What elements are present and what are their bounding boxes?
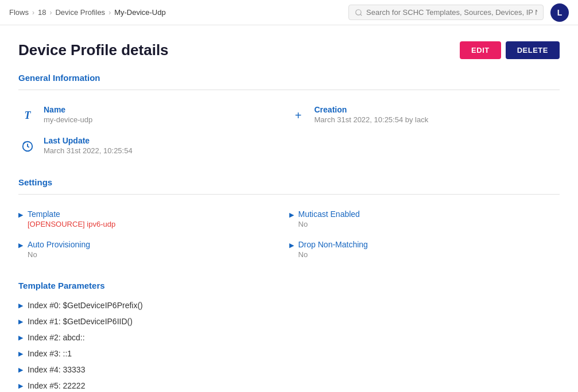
param-1-text: Index #1: $GetDeviceIP6IID(): [28, 317, 133, 326]
param-3-arrow-icon: ▶: [18, 350, 23, 358]
breadcrumb: Flows › 18 › Device Profiles › My-Device…: [9, 8, 166, 17]
header-buttons: EDIT DELETE: [460, 41, 560, 59]
drop-content: Drop Non-Matching No: [298, 240, 368, 259]
general-info-section: General Information T Name my-device-udp…: [18, 73, 560, 161]
multicast-arrow-icon: ▶: [289, 211, 294, 219]
template-value: [OPENSOURCE] ipv6-udp: [28, 220, 115, 228]
last-update-icon: [18, 137, 37, 156]
breadcrumb-current: My-Device-Udp: [114, 8, 166, 17]
info-last-update: Last Update March 31st 2022, 10:25:54: [18, 130, 289, 161]
param-5: ▶ Index #5: 22222: [18, 378, 560, 392]
svg-point-0: [356, 9, 361, 14]
drop-label: Drop Non-Matching: [298, 240, 368, 249]
template-label: Template: [28, 209, 115, 219]
param-2-arrow-icon: ▶: [18, 334, 23, 341]
creation-value: March 31st 2022, 10:25:54 by lack: [315, 115, 429, 124]
general-info-title: General Information: [18, 73, 560, 83]
name-label: Name: [44, 105, 92, 114]
drop-value: No: [298, 250, 368, 259]
last-update-label: Last Update: [44, 136, 133, 145]
last-update-content: Last Update March 31st 2022, 10:25:54: [44, 136, 133, 155]
param-5-arrow-icon: ▶: [18, 382, 23, 390]
sep-2: ›: [49, 9, 52, 17]
creation-label: Creation: [315, 105, 429, 114]
template-arrow-icon: ▶: [18, 211, 23, 219]
param-3-text: Index #3: ::1: [28, 349, 72, 358]
param-0-text: Index #0: $GetDeviceIP6Prefix(): [28, 301, 143, 310]
param-4-arrow-icon: ▶: [18, 366, 23, 374]
multicast-content: Muticast Enabled No: [298, 209, 360, 228]
sep-3: ›: [108, 9, 111, 17]
info-name: T Name my-device-udp: [18, 99, 289, 130]
param-0: ▶ Index #0: $GetDeviceIP6Prefix(): [18, 297, 560, 313]
general-info-grid: T Name my-device-udp + Creation March 31…: [18, 99, 560, 161]
auto-prov-label: Auto Provisioning: [28, 240, 90, 249]
search-input[interactable]: [366, 8, 537, 17]
param-2-text: Index #2: abcd::: [28, 333, 85, 342]
name-icon: T: [18, 106, 37, 125]
page-title: Device Profile details: [18, 41, 169, 59]
avatar[interactable]: L: [550, 3, 569, 22]
top-navigation: Flows › 18 › Device Profiles › My-Device…: [0, 0, 578, 25]
edit-button[interactable]: EDIT: [460, 41, 501, 59]
page-content: Device Profile details EDIT DELETE Gener…: [0, 25, 578, 392]
creation-icon: +: [289, 106, 308, 125]
param-1: ▶ Index #1: $GetDeviceIP6IID(): [18, 313, 560, 329]
last-update-value: March 31st 2022, 10:25:54: [44, 146, 133, 155]
param-4: ▶ Index #4: 33333: [18, 362, 560, 378]
general-info-divider: [18, 90, 560, 90]
auto-prov-value: No: [28, 250, 90, 259]
setting-auto-provisioning: ▶ Auto Provisioning No: [18, 234, 289, 265]
nav-right: L: [348, 3, 569, 22]
template-params-section: Template Parameters ▶ Index #0: $GetDevi…: [18, 281, 560, 392]
settings-divider: [18, 194, 560, 195]
multicast-label: Muticast Enabled: [298, 209, 360, 219]
param-5-text: Index #5: 22222: [28, 381, 85, 390]
setting-drop-non-matching: ▶ Drop Non-Matching No: [289, 234, 560, 265]
template-params-title: Template Parameters: [18, 281, 560, 290]
param-2: ▶ Index #2: abcd::: [18, 329, 560, 346]
auto-prov-arrow-icon: ▶: [18, 242, 23, 249]
page-header: Device Profile details EDIT DELETE: [18, 41, 560, 59]
breadcrumb-device-profiles[interactable]: Device Profiles: [55, 8, 105, 17]
param-4-text: Index #4: 33333: [28, 365, 85, 374]
setting-template: ▶ Template [OPENSOURCE] ipv6-udp: [18, 204, 289, 234]
svg-line-1: [360, 14, 362, 15]
param-1-arrow-icon: ▶: [18, 318, 23, 325]
auto-prov-content: Auto Provisioning No: [28, 240, 90, 259]
settings-section: Settings ▶ Template [OPENSOURCE] ipv6-ud…: [18, 177, 560, 265]
name-value: my-device-udp: [44, 115, 92, 124]
search-bar[interactable]: [348, 5, 544, 20]
info-creation: + Creation March 31st 2022, 10:25:54 by …: [289, 99, 560, 130]
sep-1: ›: [32, 9, 34, 17]
setting-multicast: ▶ Muticast Enabled No: [289, 204, 560, 234]
settings-grid: ▶ Template [OPENSOURCE] ipv6-udp ▶ Mutic…: [18, 204, 560, 265]
param-0-arrow-icon: ▶: [18, 302, 23, 309]
search-icon: [355, 9, 363, 17]
drop-arrow-icon: ▶: [289, 242, 294, 249]
multicast-value: No: [298, 220, 360, 228]
creation-content: Creation March 31st 2022, 10:25:54 by la…: [315, 105, 429, 124]
delete-button[interactable]: DELETE: [506, 41, 560, 59]
name-content: Name my-device-udp: [44, 105, 92, 124]
template-content: Template [OPENSOURCE] ipv6-udp: [28, 209, 115, 228]
breadcrumb-18[interactable]: 18: [38, 8, 46, 17]
breadcrumb-flows[interactable]: Flows: [9, 8, 29, 17]
param-3: ▶ Index #3: ::1: [18, 346, 560, 362]
settings-title: Settings: [18, 177, 560, 187]
